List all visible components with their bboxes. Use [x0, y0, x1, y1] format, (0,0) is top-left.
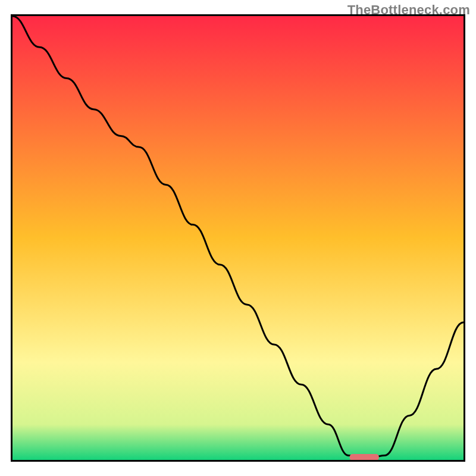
optimal-marker	[350, 454, 379, 461]
chart-container: TheBottleneck.com	[0, 0, 476, 476]
bottleneck-chart	[0, 0, 476, 476]
watermark-text: TheBottleneck.com	[347, 2, 470, 18]
plot-background	[12, 16, 464, 460]
